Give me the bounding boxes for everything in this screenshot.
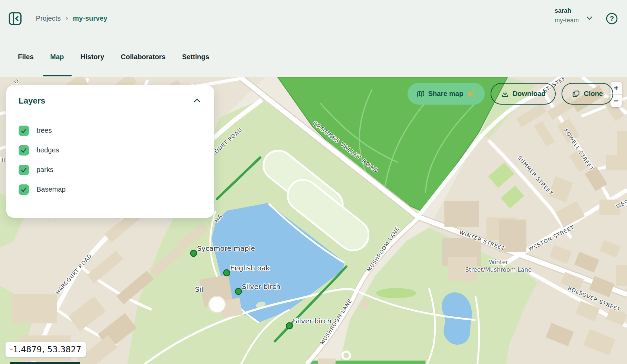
layer-row-parks[interactable]: parks (19, 160, 202, 180)
tree-marker-label: Silver birch (242, 282, 280, 291)
layer-label: parks (37, 166, 53, 174)
breadcrumb-current-project[interactable]: my-survey (73, 14, 107, 22)
clone-label: Clone (584, 90, 603, 98)
tree-marker[interactable] (224, 270, 230, 276)
map-icon (417, 90, 425, 98)
chevron-right-icon: › (65, 14, 68, 23)
svg-text:?: ? (610, 15, 614, 22)
tab-files[interactable]: Files (10, 37, 42, 77)
tab-collaborators[interactable]: Collaborators (112, 37, 174, 77)
app-header: Projects › my-survey sarah my-team ? (0, 0, 627, 37)
download-button[interactable]: Download (491, 83, 556, 105)
checkbox-parks-checked[interactable] (19, 165, 29, 175)
tree-marker[interactable] (191, 250, 197, 256)
download-label: Download (513, 90, 546, 98)
layer-label: Basemap (37, 185, 66, 193)
layer-row-basemap[interactable]: Basemap (19, 180, 202, 199)
user-name: sarah (555, 6, 579, 16)
layer-row-trees[interactable]: trees (19, 121, 202, 140)
attribution-bar-partial (10, 362, 80, 364)
checkbox-basemap-checked[interactable] (19, 184, 29, 195)
breadcrumb-projects-link[interactable]: Projects (36, 14, 61, 22)
breadcrumb: Projects › my-survey (36, 14, 107, 23)
tab-settings[interactable]: Settings (174, 37, 218, 77)
help-icon[interactable]: ? (605, 12, 619, 25)
road-label: Sil (195, 285, 203, 293)
copy-icon (572, 90, 580, 98)
tabs: Files Map History Collaborators Settings (10, 37, 217, 77)
sidebar-collapse-icon[interactable] (8, 12, 22, 25)
tree-marker-label: Silver birch (293, 317, 331, 325)
layers-panel-title: Layers (19, 96, 45, 106)
chevron-up-icon[interactable] (192, 96, 202, 105)
share-map-label: Share map (428, 90, 463, 98)
clone-button[interactable]: Clone (562, 83, 613, 105)
download-icon (501, 90, 509, 98)
sparkles-icon (467, 89, 476, 98)
tab-map[interactable]: Map (42, 37, 72, 77)
project-tabbar: Files Map History Collaborators Settings… (0, 37, 627, 77)
checkbox-hedges-checked[interactable] (19, 145, 29, 156)
user-team: my-team (555, 16, 579, 25)
checkbox-trees-checked[interactable] (19, 126, 29, 136)
layers-panel: Layers trees hedges parks (6, 85, 214, 218)
tree-marker-label: Sycamore maple (197, 244, 255, 253)
tree-marker[interactable] (235, 288, 241, 295)
layer-label: trees (37, 127, 52, 135)
map-actions: Share map Download Clone (408, 83, 613, 105)
tab-history[interactable]: History (72, 37, 113, 77)
chevron-down-icon[interactable] (586, 15, 593, 21)
tree-marker-label: English oak (230, 264, 270, 272)
road-label: ill (0, 157, 5, 163)
layer-row-hedges[interactable]: hedges (19, 140, 202, 160)
tree-marker[interactable] (286, 323, 292, 329)
user-menu[interactable]: sarah my-team (555, 6, 579, 25)
share-map-button[interactable]: Share map (408, 83, 485, 105)
layer-label: hedges (37, 146, 59, 154)
cursor-coordinates: -1.4879, 53.3827 (6, 342, 86, 357)
